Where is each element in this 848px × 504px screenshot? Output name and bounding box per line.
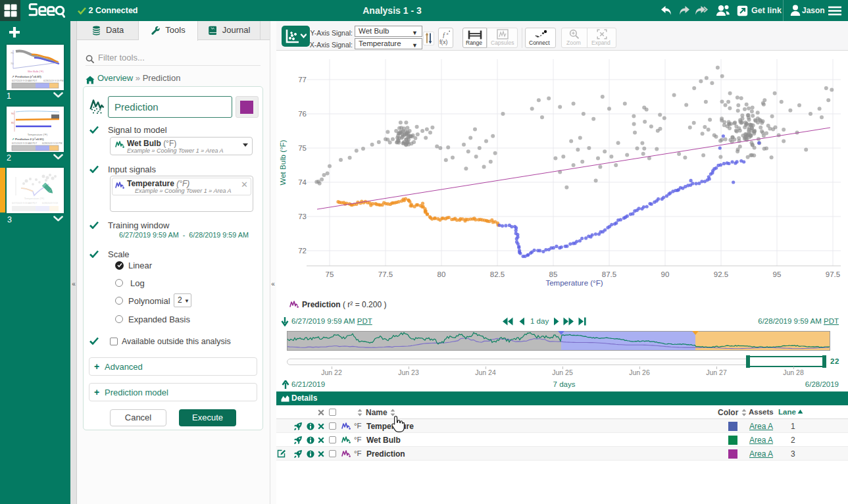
svg-text:f: f [443,32,445,39]
svg-text:80: 80 [11,121,14,124]
svg-text:6/21/2019 9:59 AM PDT: 6/21/2019 9:59 AM PDT [12,142,37,145]
svg-text:↗ Prediction 2 (r²=0.91): ↗ Prediction 2 (r²=0.91) [12,138,44,141]
svg-text:6/28/2019 9:59 PM: 6/28/2019 9:59 PM [42,142,62,145]
svg-text:Wet Bulb (°F): Wet Bulb (°F) [28,70,44,73]
svg-text:6/28/2019 9:59 PM: 6/28/2019 9:59 PM [43,80,63,82]
svg-text:70: 70 [11,62,14,65]
svg-text:6/28/2019 9:59: 6/28/2019 9:59 [42,202,58,205]
svg-text:75: 75 [11,51,14,55]
svg-text:x: x [446,31,449,36]
svg-text:6/27/2019 9:59 AM PDT: 6/27/2019 9:59 AM PDT [12,80,37,82]
svg-text:6/27/2019 9:59 AM PDT: 6/27/2019 9:59 AM PDT [12,202,37,205]
svg-text:Temperature (°F): Temperature (°F) [24,197,45,200]
svg-text:90: 90 [11,112,14,115]
svg-text:↗ Prediction (r²=0.87): ↗ Prediction (r²=0.87) [12,75,41,78]
svg-text:Temperature (°F): Temperature (°F) [28,133,48,136]
